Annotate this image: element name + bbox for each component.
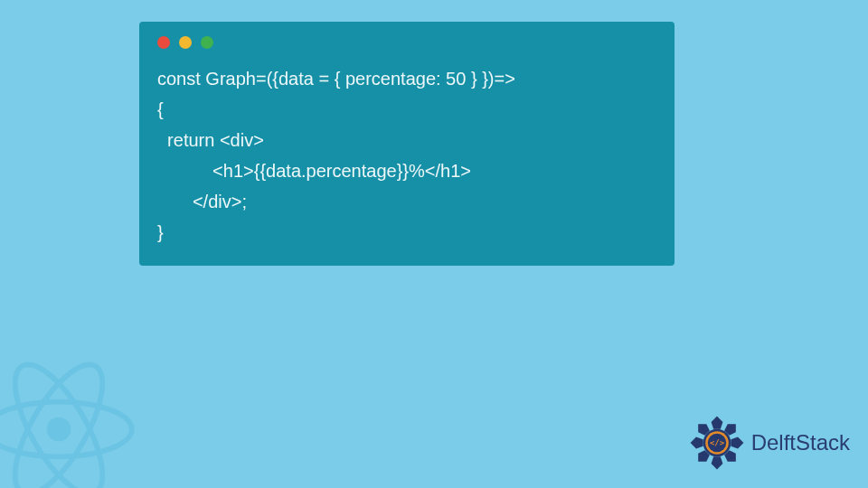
close-icon — [157, 36, 170, 49]
svg-marker-10 — [690, 437, 703, 449]
maximize-icon — [201, 36, 213, 49]
svg-marker-6 — [731, 437, 743, 449]
code-window: const Graph=({data = { percentage: 50 } … — [139, 22, 675, 266]
svg-marker-4 — [711, 417, 722, 429]
code-content: const Graph=({data = { percentage: 50 } … — [157, 63, 656, 248]
code-line: { — [157, 99, 164, 119]
code-line: <h1>{{data.percentage}}%</h1> — [157, 161, 471, 181]
code-line: } — [157, 222, 164, 242]
brand-name: DelftStack — [751, 430, 850, 455]
code-line: const Graph=({data = { percentage: 50 } … — [157, 69, 515, 89]
brand-logo: </> DelftStack — [688, 414, 850, 472]
svg-marker-8 — [711, 456, 722, 469]
svg-point-3 — [47, 418, 71, 442]
code-line: </div>; — [157, 192, 247, 211]
code-line: return <div> — [157, 130, 264, 150]
react-icon — [0, 343, 145, 488]
window-traffic-lights — [157, 36, 656, 49]
svg-text:</>: </> — [710, 438, 724, 447]
minimize-icon — [179, 36, 192, 49]
brand-badge-icon: </> — [688, 414, 746, 472]
